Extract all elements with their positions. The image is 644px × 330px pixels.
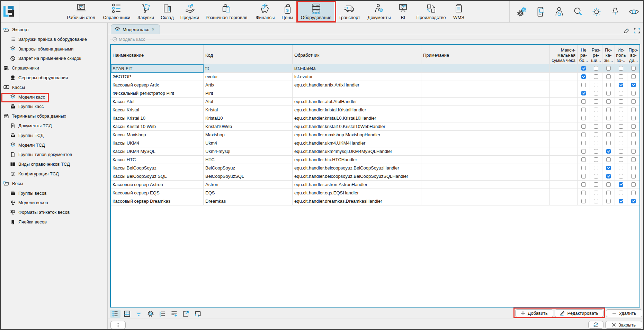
svg-text:3: 3 [160, 315, 161, 317]
svg-text:$: $ [286, 8, 289, 13]
